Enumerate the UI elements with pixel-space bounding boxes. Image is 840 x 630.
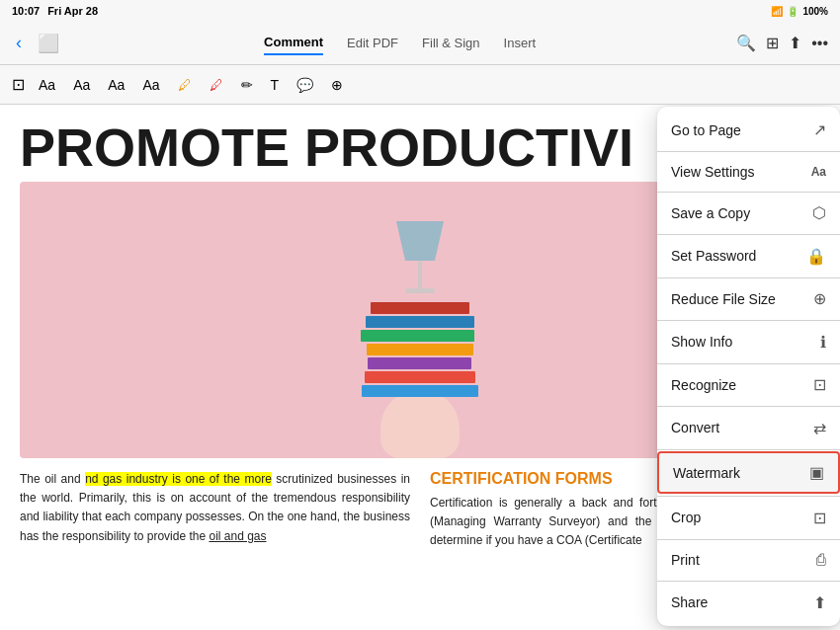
status-bar: 10:07 Fri Apr 28 📶 🔋 100% <box>0 0 840 22</box>
battery-icon: 🔋 <box>787 6 798 17</box>
more-button[interactable]: ••• <box>811 35 828 52</box>
status-time: 10:07 <box>12 5 40 17</box>
divider-11 <box>657 581 840 582</box>
underline-tool[interactable]: 🖊 <box>206 73 227 97</box>
search-button[interactable]: 🔍 <box>736 34 756 52</box>
menu-item-reduce-size[interactable]: Reduce File Size ⊕ <box>657 279 840 318</box>
menu-item-view-settings[interactable]: View Settings Aa <box>657 154 840 190</box>
battery-percent: 100% <box>802 6 828 17</box>
divider-2 <box>657 192 840 193</box>
share-toolbar-button[interactable]: ⬆ <box>789 34 801 52</box>
menu-item-save-copy[interactable]: Save a Copy ⬡ <box>657 194 840 232</box>
menu-item-show-info[interactable]: Show Info ℹ <box>657 323 840 361</box>
menu-item-crop[interactable]: Crop ⊡ <box>657 499 840 537</box>
text-style-1[interactable]: Aa <box>35 73 59 97</box>
divider-3 <box>657 234 840 235</box>
note-tool[interactable]: 💬 <box>293 73 317 97</box>
expand-icon: ⊡ <box>12 75 25 94</box>
tab-fill-sign[interactable]: Fill & Sign <box>422 31 480 55</box>
dropdown-menu: Go to Page ↗ View Settings Aa Save a Cop… <box>657 107 840 626</box>
recognize-icon: ⊡ <box>813 375 826 394</box>
annotation-bar: ⊡ Aa Aa Aa Aa 🖊 🖊 ✏ T 💬 ⊕ <box>0 65 840 105</box>
text-tool[interactable]: T <box>267 73 284 97</box>
toolbar-tabs: Comment Edit PDF Fill & Sign Insert <box>71 31 728 55</box>
text-style-4[interactable]: Aa <box>138 73 163 97</box>
menu-item-share[interactable]: Share ⬆ <box>657 584 840 622</box>
underlined-text: oil and gas <box>209 529 266 543</box>
main-content: PROMOTE PRODUCTIVI <box>0 105 840 630</box>
go-to-page-icon: ↗ <box>813 120 826 139</box>
divider-8 <box>657 449 840 450</box>
eraser-tool[interactable]: ✏ <box>237 73 257 97</box>
status-day: Fri Apr 28 <box>47 5 98 17</box>
print-icon: ⎙ <box>816 551 826 569</box>
grid-button[interactable]: ⊞ <box>766 34 779 52</box>
divider-7 <box>657 406 840 407</box>
back-button[interactable]: ‹ <box>12 31 26 55</box>
menu-item-watermark[interactable]: Watermark ▣ <box>657 451 840 494</box>
main-toolbar: ‹ ⬜ Comment Edit PDF Fill & Sign Insert … <box>0 22 840 65</box>
menu-item-go-to-page[interactable]: Go to Page ↗ <box>657 111 840 149</box>
divider-10 <box>657 539 840 540</box>
show-info-icon: ℹ <box>820 333 826 352</box>
save-copy-icon: ⬡ <box>812 203 826 222</box>
cocktail-glass <box>390 221 450 300</box>
reduce-size-icon: ⊕ <box>813 289 826 308</box>
menu-item-recognize[interactable]: Recognize ⊡ <box>657 365 840 404</box>
menu-item-print[interactable]: Print ⎙ <box>657 541 840 579</box>
view-settings-icon: Aa <box>811 165 826 179</box>
divider-1 <box>657 151 840 152</box>
highlighted-text: nd gas industry is one of the more <box>85 472 272 486</box>
home-button[interactable]: ⬜ <box>34 31 63 56</box>
divider-5 <box>657 320 840 321</box>
menu-item-convert[interactable]: Convert ⇄ <box>657 409 840 447</box>
divider-6 <box>657 363 840 364</box>
highlight-tool[interactable]: 🖊 <box>174 73 196 97</box>
menu-item-set-password[interactable]: Set Password 🔒 <box>657 237 840 276</box>
divider-4 <box>657 277 840 278</box>
pdf-col-left: The oil and nd gas industry is one of th… <box>20 470 410 551</box>
hand-illustration <box>380 389 460 458</box>
books-stack <box>361 302 479 399</box>
wifi-icon: 📶 <box>771 6 783 17</box>
text-style-3[interactable]: Aa <box>104 73 128 97</box>
divider-9 <box>657 496 840 497</box>
convert-icon: ⇄ <box>813 419 826 437</box>
tab-comment[interactable]: Comment <box>264 31 323 55</box>
set-password-icon: 🔒 <box>806 247 826 266</box>
crop-icon: ⊡ <box>813 509 826 527</box>
stamp-tool[interactable]: ⊕ <box>327 73 347 97</box>
tab-edit-pdf[interactable]: Edit PDF <box>347 31 398 55</box>
watermark-icon: ▣ <box>809 463 824 482</box>
tab-insert[interactable]: Insert <box>504 31 537 55</box>
text-style-2[interactable]: Aa <box>69 73 94 97</box>
share-icon: ⬆ <box>813 593 826 612</box>
